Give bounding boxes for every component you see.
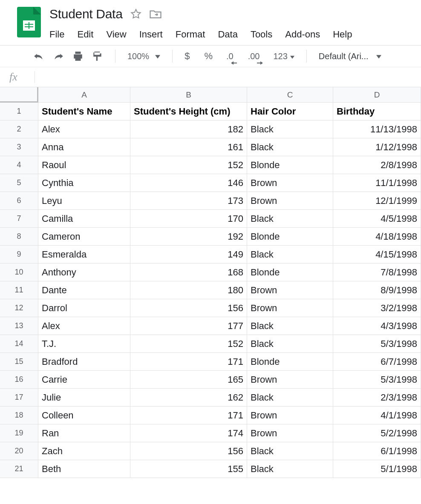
menu-tools[interactable]: Tools xyxy=(251,29,272,40)
cell-birthday[interactable]: 6/7/1998 xyxy=(333,353,421,371)
cell-birthday[interactable]: 4/1/1998 xyxy=(333,407,421,424)
cell-height[interactable]: 177 xyxy=(130,317,247,335)
row-header[interactable]: 11 xyxy=(0,281,38,299)
row-header[interactable]: 21 xyxy=(0,460,38,478)
document-title[interactable]: Student Data xyxy=(49,7,123,21)
increase-decimal-button[interactable]: .00 xyxy=(245,51,262,62)
cell-hair[interactable]: Brown xyxy=(247,407,333,424)
format-percent-button[interactable]: % xyxy=(202,50,215,63)
header-cell-name[interactable]: Student's Name xyxy=(38,103,130,120)
cell-birthday[interactable]: 6/1/1998 xyxy=(333,442,421,460)
cell-name[interactable]: Leyu xyxy=(38,192,130,210)
undo-icon[interactable] xyxy=(31,51,47,62)
cell-name[interactable]: T.J. xyxy=(38,335,130,353)
cell-name[interactable]: Alex xyxy=(38,317,130,335)
row-header[interactable]: 2 xyxy=(0,120,38,138)
menu-insert[interactable]: Insert xyxy=(139,29,163,40)
column-header-c[interactable]: C xyxy=(247,87,333,103)
cell-hair[interactable]: Black xyxy=(247,317,333,335)
font-select[interactable]: Default (Ari... xyxy=(316,51,384,62)
cell-hair[interactable]: Black xyxy=(247,460,333,478)
menu-addons[interactable]: Add-ons xyxy=(285,29,320,40)
row-header[interactable]: 1 xyxy=(0,103,38,120)
cell-name[interactable]: Julie xyxy=(38,389,130,407)
cell-name[interactable]: Dante xyxy=(38,281,130,299)
row-header[interactable]: 5 xyxy=(0,174,38,192)
menu-format[interactable]: Format xyxy=(176,29,205,40)
cell-birthday[interactable]: 11/13/1998 xyxy=(333,120,421,138)
cell-hair[interactable]: Blonde xyxy=(247,156,333,174)
cell-name[interactable]: Zach xyxy=(38,442,130,460)
cell-height[interactable]: 168 xyxy=(130,263,247,281)
menu-edit[interactable]: Edit xyxy=(77,29,93,40)
cell-birthday[interactable]: 11/1/1998 xyxy=(333,174,421,192)
cell-hair[interactable]: Brown xyxy=(247,424,333,442)
cell-hair[interactable]: Brown xyxy=(247,174,333,192)
cell-name[interactable]: Colleen xyxy=(38,407,130,424)
row-header[interactable]: 20 xyxy=(0,442,38,460)
cell-height[interactable]: 192 xyxy=(130,228,247,246)
print-icon[interactable] xyxy=(70,50,86,63)
cell-hair[interactable]: Blonde xyxy=(247,228,333,246)
cell-hair[interactable]: Brown xyxy=(247,299,333,317)
row-header[interactable]: 12 xyxy=(0,299,38,317)
row-header[interactable]: 15 xyxy=(0,353,38,371)
row-header[interactable]: 6 xyxy=(0,192,38,210)
cell-height[interactable]: 155 xyxy=(130,460,247,478)
row-header[interactable]: 19 xyxy=(0,424,38,442)
cell-birthday[interactable]: 3/2/1998 xyxy=(333,299,421,317)
cell-height[interactable]: 174 xyxy=(130,424,247,442)
cell-name[interactable]: Esmeralda xyxy=(38,246,130,263)
cell-height[interactable]: 161 xyxy=(130,138,247,156)
redo-icon[interactable] xyxy=(50,51,66,62)
cell-birthday[interactable]: 5/3/1998 xyxy=(333,371,421,389)
cell-birthday[interactable]: 12/1/1999 xyxy=(333,192,421,210)
row-header[interactable]: 7 xyxy=(0,210,38,228)
header-cell-height[interactable]: Student's Height (cm) xyxy=(130,103,247,120)
number-format-select[interactable]: 123 xyxy=(271,51,297,62)
cell-birthday[interactable]: 5/2/1998 xyxy=(333,424,421,442)
cell-hair[interactable]: Blonde xyxy=(247,263,333,281)
cell-name[interactable]: Cynthia xyxy=(38,174,130,192)
cell-height[interactable]: 171 xyxy=(130,407,247,424)
cell-name[interactable]: Alex xyxy=(38,120,130,138)
cell-height[interactable]: 171 xyxy=(130,353,247,371)
cell-hair[interactable]: Black xyxy=(247,120,333,138)
formula-input[interactable] xyxy=(35,71,412,83)
row-header[interactable]: 13 xyxy=(0,317,38,335)
cell-name[interactable]: Anthony xyxy=(38,263,130,281)
cell-name[interactable]: Raoul xyxy=(38,156,130,174)
cell-name[interactable]: Ran xyxy=(38,424,130,442)
header-cell-birthday[interactable]: Birthday xyxy=(333,103,421,120)
row-header[interactable]: 4 xyxy=(0,156,38,174)
cell-height[interactable]: 156 xyxy=(130,299,247,317)
cell-height[interactable]: 173 xyxy=(130,192,247,210)
cell-hair[interactable]: Black xyxy=(247,442,333,460)
cell-height[interactable]: 149 xyxy=(130,246,247,263)
cell-hair[interactable]: Black xyxy=(247,389,333,407)
menu-file[interactable]: File xyxy=(49,29,64,40)
cell-height[interactable]: 162 xyxy=(130,389,247,407)
cell-birthday[interactable]: 4/3/1998 xyxy=(333,317,421,335)
select-all-corner[interactable] xyxy=(0,87,38,103)
cell-hair[interactable]: Black xyxy=(247,138,333,156)
sheets-logo-icon[interactable] xyxy=(17,7,41,37)
cell-birthday[interactable]: 4/15/1998 xyxy=(333,246,421,263)
cell-hair[interactable]: Brown xyxy=(247,371,333,389)
cell-birthday[interactable]: 4/18/1998 xyxy=(333,228,421,246)
cell-hair[interactable]: Black xyxy=(247,246,333,263)
cell-hair[interactable]: Brown xyxy=(247,192,333,210)
cell-birthday[interactable]: 1/12/1998 xyxy=(333,138,421,156)
row-header[interactable]: 16 xyxy=(0,371,38,389)
cell-name[interactable]: Cameron xyxy=(38,228,130,246)
cell-height[interactable]: 170 xyxy=(130,210,247,228)
cell-height[interactable]: 146 xyxy=(130,174,247,192)
cell-height[interactable]: 152 xyxy=(130,335,247,353)
cell-hair[interactable]: Black xyxy=(247,335,333,353)
cell-height[interactable]: 180 xyxy=(130,281,247,299)
column-header-a[interactable]: A xyxy=(38,87,130,103)
cell-height[interactable]: 152 xyxy=(130,156,247,174)
cell-birthday[interactable]: 2/3/1998 xyxy=(333,389,421,407)
cell-name[interactable]: Beth xyxy=(38,460,130,478)
zoom-select[interactable]: 100% xyxy=(125,51,163,62)
